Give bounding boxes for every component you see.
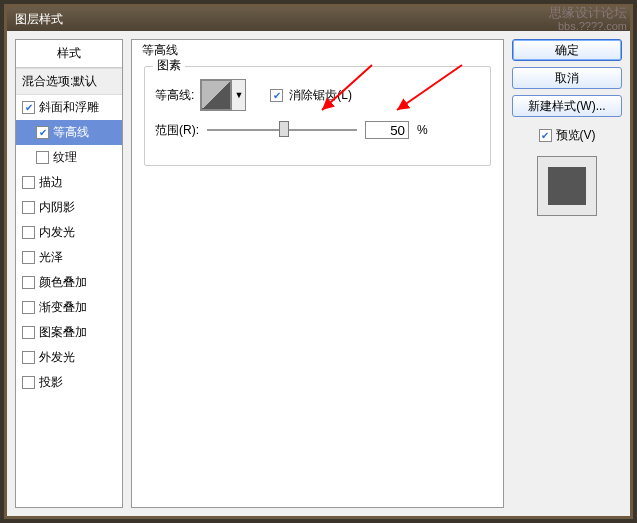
- checkbox-icon[interactable]: [22, 351, 35, 364]
- checkbox-icon[interactable]: [22, 251, 35, 264]
- style-contour[interactable]: 等高线: [16, 120, 122, 145]
- dialog-body: 样式 混合选项:默认 斜面和浮雕 等高线 纹理: [7, 31, 630, 516]
- chevron-down-icon: ▼: [231, 80, 245, 110]
- range-input[interactable]: [365, 121, 409, 139]
- slider-thumb-icon[interactable]: [279, 121, 289, 137]
- styles-header: 样式: [16, 40, 122, 68]
- contour-thumb-icon: [201, 80, 231, 110]
- titlebar: 图层样式: [7, 7, 630, 31]
- checkbox-icon[interactable]: [22, 276, 35, 289]
- checkbox-icon[interactable]: [22, 301, 35, 314]
- watermark-url: bbs.????.com: [558, 20, 627, 32]
- blend-options-label: 混合选项:默认: [22, 73, 97, 90]
- new-style-button[interactable]: 新建样式(W)...: [512, 95, 622, 117]
- checkbox-icon[interactable]: [22, 376, 35, 389]
- style-outer-glow[interactable]: 外发光: [16, 345, 122, 370]
- preview-inner: [548, 167, 586, 205]
- range-label: 范围(R):: [155, 122, 199, 139]
- range-slider[interactable]: [207, 129, 357, 131]
- style-label: 渐变叠加: [39, 299, 87, 316]
- preview-row: 预览(V): [539, 127, 596, 144]
- range-unit: %: [417, 123, 428, 137]
- style-label: 斜面和浮雕: [39, 99, 99, 116]
- preview-swatch: [537, 156, 597, 216]
- style-gradient-overlay[interactable]: 渐变叠加: [16, 295, 122, 320]
- style-label: 内发光: [39, 224, 75, 241]
- settings-panel: 等高线 图素 等高线: ▼ 消除锯齿(L) 范围(R):: [131, 39, 504, 508]
- style-drop-shadow[interactable]: 投影: [16, 370, 122, 395]
- antialias-label: 消除锯齿(L): [289, 87, 352, 104]
- cancel-button[interactable]: 取消: [512, 67, 622, 89]
- style-satin[interactable]: 光泽: [16, 245, 122, 270]
- checkbox-icon[interactable]: [36, 151, 49, 164]
- style-inner-shadow[interactable]: 内阴影: [16, 195, 122, 220]
- style-label: 内阴影: [39, 199, 75, 216]
- checkbox-icon[interactable]: [22, 226, 35, 239]
- contour-picker[interactable]: ▼: [200, 79, 246, 111]
- style-label: 描边: [39, 174, 63, 191]
- ok-button[interactable]: 确定: [512, 39, 622, 61]
- elements-fieldset: 图素 等高线: ▼ 消除锯齿(L) 范围(R):: [144, 66, 491, 166]
- style-pattern-overlay[interactable]: 图案叠加: [16, 320, 122, 345]
- checkbox-icon[interactable]: [22, 326, 35, 339]
- contour-row: 等高线: ▼ 消除锯齿(L): [155, 79, 480, 111]
- style-inner-glow[interactable]: 内发光: [16, 220, 122, 245]
- style-label: 等高线: [53, 124, 89, 141]
- style-texture[interactable]: 纹理: [16, 145, 122, 170]
- contour-label: 等高线:: [155, 87, 194, 104]
- fieldset-legend: 图素: [153, 57, 185, 74]
- range-row: 范围(R): %: [155, 121, 480, 139]
- style-label: 纹理: [53, 149, 77, 166]
- style-label: 图案叠加: [39, 324, 87, 341]
- checkbox-icon[interactable]: [36, 126, 49, 139]
- window-title: 图层样式: [15, 12, 63, 26]
- preview-checkbox[interactable]: [539, 129, 552, 142]
- preview-label: 预览(V): [556, 127, 596, 144]
- checkbox-icon[interactable]: [22, 101, 35, 114]
- style-label: 光泽: [39, 249, 63, 266]
- styles-list: 样式 混合选项:默认 斜面和浮雕 等高线 纹理: [15, 39, 123, 508]
- dialog-window: 图层样式 样式 混合选项:默认 斜面和浮雕 等高线 纹理: [4, 4, 633, 519]
- style-bevel-emboss[interactable]: 斜面和浮雕: [16, 95, 122, 120]
- style-stroke[interactable]: 描边: [16, 170, 122, 195]
- button-column: 确定 取消 新建样式(W)... 预览(V): [512, 39, 622, 508]
- style-color-overlay[interactable]: 颜色叠加: [16, 270, 122, 295]
- style-label: 投影: [39, 374, 63, 391]
- checkbox-icon[interactable]: [22, 176, 35, 189]
- blend-options-row[interactable]: 混合选项:默认: [16, 68, 122, 95]
- style-label: 颜色叠加: [39, 274, 87, 291]
- checkbox-icon[interactable]: [22, 201, 35, 214]
- style-label: 外发光: [39, 349, 75, 366]
- antialias-checkbox[interactable]: [270, 89, 283, 102]
